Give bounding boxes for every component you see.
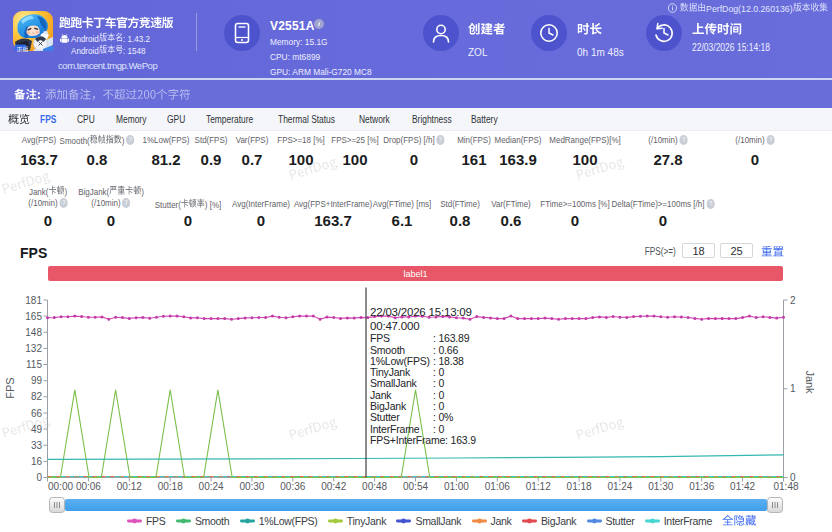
- svg-text:01:18: 01:18: [567, 481, 592, 492]
- svg-text:FPS+InterFrame: 163.9: FPS+InterFrame: 163.9: [370, 434, 476, 446]
- svg-text:Smooth: Smooth: [370, 344, 405, 356]
- svg-text:: 18.38: : 18.38: [433, 355, 464, 367]
- svg-text:: 163.89: : 163.89: [433, 332, 470, 344]
- svg-text:99: 99: [31, 375, 43, 386]
- svg-text:: 0.66: : 0.66: [433, 344, 458, 356]
- svg-text:132: 132: [25, 343, 42, 354]
- svg-text:00:00: 00:00: [48, 481, 73, 492]
- svg-text:Jank: Jank: [804, 370, 816, 394]
- svg-text:01:24: 01:24: [607, 481, 632, 492]
- svg-text:00:48: 00:48: [362, 481, 387, 492]
- svg-text:01:12: 01:12: [526, 481, 551, 492]
- svg-text:01:36: 01:36: [689, 481, 714, 492]
- svg-text:: 0: : 0: [433, 423, 444, 435]
- svg-text:1: 1: [790, 383, 796, 394]
- svg-text:00:47.000: 00:47.000: [370, 320, 419, 332]
- svg-text:33: 33: [31, 440, 43, 451]
- svg-text:66: 66: [31, 408, 43, 419]
- svg-text:SmallJank: SmallJank: [370, 377, 418, 389]
- svg-text:00:36: 00:36: [280, 481, 305, 492]
- svg-text:01:42: 01:42: [730, 481, 755, 492]
- svg-text:01:00: 01:00: [444, 481, 469, 492]
- svg-text:2: 2: [790, 295, 796, 306]
- svg-text:49: 49: [31, 424, 43, 435]
- svg-text:BigJank: BigJank: [370, 400, 407, 412]
- svg-text:0: 0: [36, 472, 42, 483]
- svg-text:01:06: 01:06: [485, 481, 510, 492]
- svg-text:: 0%: : 0%: [433, 411, 453, 423]
- svg-text:00:18: 00:18: [158, 481, 183, 492]
- svg-text:00:30: 00:30: [239, 481, 264, 492]
- svg-text:TinyJank: TinyJank: [370, 366, 411, 378]
- svg-text:22/03/2026 15:13:09: 22/03/2026 15:13:09: [370, 306, 472, 318]
- svg-text:165: 165: [25, 311, 42, 322]
- svg-text:1%Low(FPS): 1%Low(FPS): [370, 355, 430, 367]
- svg-text:FPS: FPS: [4, 377, 16, 398]
- svg-text:148: 148: [25, 327, 42, 338]
- svg-text:FPS: FPS: [370, 332, 390, 344]
- svg-text:82: 82: [31, 391, 43, 402]
- svg-text:00:12: 00:12: [117, 481, 142, 492]
- svg-text:InterFrame: InterFrame: [370, 423, 420, 435]
- svg-text:181: 181: [25, 295, 42, 306]
- svg-text:: 0: : 0: [433, 366, 444, 378]
- svg-text:115: 115: [26, 359, 42, 370]
- svg-text:Stutter: Stutter: [370, 411, 400, 423]
- svg-text:16: 16: [31, 456, 43, 467]
- svg-text:00:06: 00:06: [76, 481, 101, 492]
- svg-text:00:42: 00:42: [321, 481, 346, 492]
- svg-text:: 0: : 0: [433, 400, 444, 412]
- svg-text:01:30: 01:30: [648, 481, 673, 492]
- svg-text:00:24: 00:24: [199, 481, 224, 492]
- svg-text:00:54: 00:54: [403, 481, 428, 492]
- svg-text:: 0: : 0: [433, 377, 444, 389]
- svg-text:Jank: Jank: [370, 389, 392, 401]
- svg-text:01:48: 01:48: [773, 481, 798, 492]
- svg-text:: 0: : 0: [433, 389, 444, 401]
